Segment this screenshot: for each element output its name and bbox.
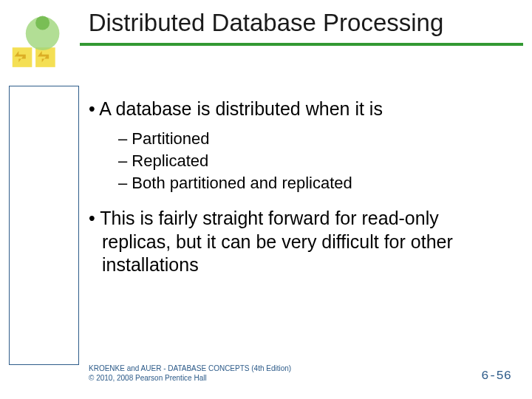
title-underline (80, 43, 523, 46)
sidebar-placeholder (9, 86, 79, 365)
sub-bullet: Replicated (118, 150, 510, 172)
bullet-1-sublist: Partitioned Replicated Both partitioned … (118, 128, 510, 194)
footer-line2: © 2010, 2008 Pearson Prentice Hall (89, 373, 291, 383)
page-number: 6-56 (481, 369, 511, 383)
slide: Distributed Database Processing A databa… (0, 0, 532, 399)
sub-bullet: Both partitioned and replicated (118, 172, 510, 194)
content-area: A database is distributed when it is Par… (89, 98, 510, 284)
footer-line1: KROENKE and AUER - DATABASE CONCEPTS (4t… (89, 364, 291, 373)
sub-bullet: Partitioned (118, 128, 510, 150)
slide-title: Distributed Database Processing (0, 0, 532, 43)
bullet-1: A database is distributed when it is (102, 98, 510, 120)
bullet-2: This is fairly straight forward for read… (102, 207, 510, 276)
svg-rect-0 (13, 47, 33, 67)
footer-citation: KROENKE and AUER - DATABASE CONCEPTS (4t… (89, 364, 291, 383)
svg-rect-1 (35, 47, 55, 67)
svg-point-3 (35, 16, 50, 30)
logo-graphic (9, 9, 79, 79)
